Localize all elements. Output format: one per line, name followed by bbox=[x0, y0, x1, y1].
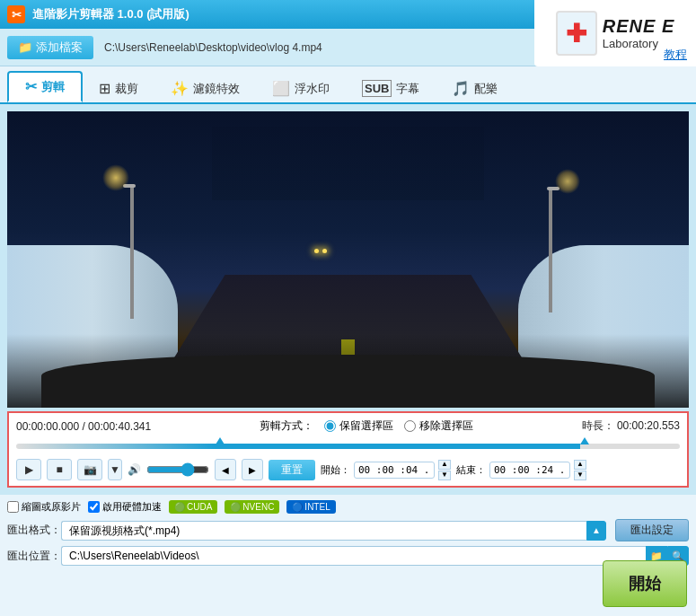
light-glow-right bbox=[555, 169, 580, 194]
start-time-input[interactable] bbox=[354, 462, 435, 479]
end-time-input[interactable] bbox=[489, 462, 570, 479]
crop-icon: ⊞ bbox=[99, 80, 110, 97]
hw-accel-checkbox[interactable] bbox=[88, 501, 100, 513]
output-format-label: 匯出格式： bbox=[7, 523, 61, 538]
timeline-area: 00:00:00.000 / 00:00:40.341 剪輯方式： 保留選擇區 … bbox=[7, 411, 689, 488]
far-light-2 bbox=[322, 249, 327, 253]
output-path-label: 匯出位置： bbox=[7, 549, 61, 564]
output-format-row: 匯出格式： 保留源視頻格式(*.mp4) ▲ 匯出設定 bbox=[7, 519, 689, 541]
start-spin-up[interactable]: ▲ bbox=[438, 460, 451, 470]
cut-icon: ✂ bbox=[25, 78, 37, 95]
tab-crop-label: 裁剪 bbox=[115, 81, 138, 97]
volume-slider[interactable] bbox=[146, 462, 209, 477]
next-frame-button[interactable]: ▶ bbox=[242, 459, 263, 480]
end-label: 結束： bbox=[456, 463, 486, 477]
cut-mode-label: 剪輯方式： bbox=[260, 418, 313, 434]
cuda-icon: 🟢 bbox=[174, 502, 185, 512]
filter-icon: ✨ bbox=[171, 80, 189, 97]
logo-name: RENE E bbox=[603, 16, 674, 37]
street-light-right bbox=[549, 189, 552, 313]
preview-checkbox[interactable] bbox=[7, 501, 19, 513]
duration-label: 時長： bbox=[582, 419, 614, 432]
far-lights bbox=[314, 249, 327, 253]
output-settings-button[interactable]: 匯出設定 bbox=[615, 519, 689, 541]
sky-detail bbox=[212, 127, 485, 201]
output-select-wrapper: 保留源視頻格式(*.mp4) ▲ bbox=[61, 521, 606, 541]
hw-accel-checkbox-item[interactable]: 啟用硬體加速 bbox=[88, 500, 162, 514]
volume-icon: 🔊 bbox=[128, 463, 141, 476]
duration-value: 00:00:20.553 bbox=[617, 419, 680, 432]
duration-display: 時長： 00:00:20.553 bbox=[582, 418, 680, 434]
prev-frame-button[interactable]: ◀ bbox=[215, 459, 236, 480]
nvenc-badge: 🟢 NVENC bbox=[225, 500, 279, 514]
timeline-info-row: 00:00:00.000 / 00:00:40.341 剪輯方式： 保留選擇區 … bbox=[16, 418, 680, 434]
tab-subtitle[interactable]: SUB 字幕 bbox=[346, 75, 436, 102]
time-display: 00:00:00.000 / 00:00:40.341 bbox=[16, 420, 151, 433]
stop-button[interactable]: ■ bbox=[47, 459, 72, 480]
video-player[interactable] bbox=[7, 111, 689, 408]
tab-crop[interactable]: ⊞ 裁剪 bbox=[83, 75, 154, 102]
start-button[interactable]: 開始 bbox=[603, 560, 687, 607]
current-time: 00:00:00.000 bbox=[16, 420, 79, 433]
tab-filter[interactable]: ✨ 濾鏡特效 bbox=[154, 75, 256, 102]
preview-label: 縮圖或原影片 bbox=[22, 500, 81, 514]
watermark-icon: ⬜ bbox=[272, 80, 290, 97]
output-path-wrapper: 📁 🔍 bbox=[61, 546, 689, 566]
tab-watermark[interactable]: ⬜ 浮水印 bbox=[256, 75, 346, 102]
logo-cross: ✚ bbox=[566, 19, 586, 48]
screenshot-button[interactable]: 📷 bbox=[77, 459, 102, 480]
light-glow-left bbox=[102, 164, 129, 191]
add-file-label: 添加檔案 bbox=[36, 40, 83, 56]
tab-subtitle-label: 字幕 bbox=[396, 81, 419, 97]
tab-cut-label: 剪輯 bbox=[41, 79, 65, 95]
hw-accel-label: 啟用硬體加速 bbox=[102, 500, 162, 514]
screenshot-dropdown-button[interactable]: ▼ bbox=[108, 459, 122, 480]
output-format-select[interactable]: 保留源視頻格式(*.mp4) bbox=[61, 521, 586, 541]
end-spin-down[interactable]: ▼ bbox=[574, 471, 586, 480]
car-hood bbox=[41, 355, 655, 408]
add-file-button[interactable]: 📁 添加檔案 bbox=[7, 36, 93, 59]
controls-row: ▶ ■ 📷 ▼ 🔊 ◀ ▶ 重置 開始： ▲ ▼ 結束： bbox=[16, 459, 680, 480]
remove-label: 移除選擇區 bbox=[419, 418, 473, 434]
intel-badge: 🔵 INTEL bbox=[286, 500, 335, 514]
marker-left-head bbox=[216, 437, 225, 444]
app-icon: ✂ bbox=[7, 5, 25, 23]
main-content: 00:00:00.000 / 00:00:40.341 剪輯方式： 保留選擇區 … bbox=[0, 104, 696, 495]
tab-watermark-label: 浮水印 bbox=[295, 81, 330, 97]
far-light-1 bbox=[314, 249, 319, 253]
street-light-left bbox=[130, 186, 134, 320]
end-spin-up[interactable]: ▲ bbox=[574, 460, 586, 470]
gpu-options-row: 縮圖或原影片 啟用硬體加速 🟢 CUDA 🟢 NVENC 🔵 INTEL bbox=[7, 500, 689, 514]
marker-left[interactable] bbox=[216, 437, 225, 444]
add-file-icon: 📁 bbox=[18, 40, 32, 54]
tab-audio[interactable]: 🎵 配樂 bbox=[436, 75, 514, 102]
file-path: C:\Users\Reneelab\Desktop\video\vlog 4.m… bbox=[104, 41, 322, 54]
remove-radio[interactable] bbox=[404, 420, 416, 432]
tab-bar: ✂ 剪輯 ⊞ 裁剪 ✨ 濾鏡特效 ⬜ 浮水印 SUB 字幕 🎵 配樂 bbox=[0, 66, 696, 104]
marker-right-head bbox=[580, 437, 589, 444]
cut-mode-group: 剪輯方式： 保留選擇區 移除選擇區 bbox=[260, 418, 473, 434]
nvenc-icon: 🟢 bbox=[230, 502, 241, 512]
tab-filter-label: 濾鏡特效 bbox=[193, 81, 240, 97]
end-time-group: 結束： ▲ ▼ bbox=[456, 460, 586, 480]
tutorial-link[interactable]: 教程 bbox=[664, 47, 687, 63]
timeline-track-row bbox=[16, 437, 680, 455]
tab-cut[interactable]: ✂ 剪輯 bbox=[7, 71, 83, 102]
marker-right[interactable] bbox=[580, 437, 589, 444]
logo-text: RENE E Laboratory bbox=[603, 16, 674, 50]
play-button[interactable]: ▶ bbox=[16, 459, 41, 480]
output-path-input[interactable] bbox=[61, 546, 646, 566]
subtitle-icon: SUB bbox=[362, 80, 392, 97]
end-spin-buttons: ▲ ▼ bbox=[574, 460, 586, 480]
start-label: 開始： bbox=[321, 463, 350, 477]
cuda-badge: 🟢 CUDA bbox=[169, 500, 217, 514]
logo-icon: ✚ bbox=[556, 11, 597, 56]
audio-icon: 🎵 bbox=[452, 80, 470, 97]
output-format-arrow[interactable]: ▲ bbox=[586, 521, 606, 541]
timeline-track[interactable] bbox=[16, 444, 680, 449]
total-time: 00:00:40.341 bbox=[88, 420, 151, 433]
keep-radio[interactable] bbox=[324, 420, 336, 432]
preview-checkbox-item[interactable]: 縮圖或原影片 bbox=[7, 500, 81, 514]
reset-button[interactable]: 重置 bbox=[269, 460, 315, 480]
start-spin-down[interactable]: ▼ bbox=[438, 471, 451, 480]
